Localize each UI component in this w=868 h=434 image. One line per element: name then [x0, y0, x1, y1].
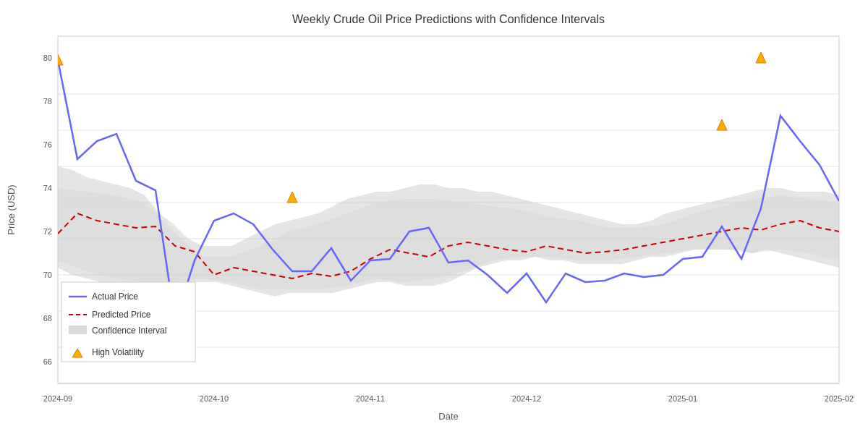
chart-container: Weekly Crude Oil Price Predictions with … — [0, 0, 868, 434]
legend-confidence-label: Confidence Interval — [92, 326, 166, 336]
legend-confidence-box — [69, 326, 87, 334]
x-axis-label: Date — [438, 411, 458, 422]
x-tick-nov: 2024-11 — [356, 394, 385, 403]
legend-actual-label: Actual Price — [92, 292, 138, 302]
legend-predicted-label: Predicted Price — [92, 310, 151, 320]
x-tick-sep: 2024-09 — [43, 394, 72, 403]
y-tick-66: 66 — [43, 357, 52, 366]
y-tick-68: 68 — [43, 314, 52, 323]
x-tick-jan: 2025-01 — [668, 394, 697, 403]
y-tick-72: 72 — [43, 227, 52, 236]
chart-title: Weekly Crude Oil Price Predictions with … — [292, 13, 605, 25]
y-tick-76: 76 — [43, 140, 52, 149]
y-tick-74: 74 — [43, 184, 52, 192]
y-tick-78: 78 — [43, 97, 52, 106]
x-tick-feb: 2025-02 — [825, 394, 854, 403]
x-tick-dec: 2024-12 — [512, 394, 541, 403]
y-tick-80: 80 — [43, 54, 52, 62]
x-tick-oct: 2024-10 — [200, 394, 229, 403]
y-axis-label: Price (USD) — [6, 184, 17, 234]
y-tick-70: 70 — [43, 271, 52, 279]
legend-volatility-label: High Volatility — [92, 347, 144, 357]
